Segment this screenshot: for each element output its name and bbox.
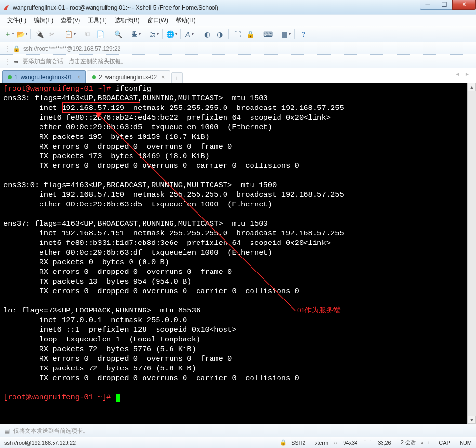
status-cursor: 33,26 bbox=[373, 440, 396, 446]
status-size: 94x34 bbox=[338, 440, 362, 446]
toolbar-separator bbox=[277, 29, 277, 39]
fullscreen-icon[interactable]: ⛶ bbox=[232, 28, 243, 40]
size-icon: ↔ bbox=[333, 440, 338, 446]
tab-add-button[interactable]: + bbox=[171, 72, 183, 83]
keyboard-icon[interactable]: ⌨ bbox=[262, 28, 274, 40]
terminal-cursor bbox=[116, 394, 120, 402]
compose-placeholder[interactable]: 仅将文本发送到当前选项卡。 bbox=[13, 427, 472, 435]
info-text: 要添加当前会话，点击左侧的箭头按钮。 bbox=[23, 57, 127, 66]
scroll-up-icon[interactable]: ▲ bbox=[468, 83, 476, 91]
app-icon bbox=[2, 4, 10, 12]
font-icon[interactable]: A bbox=[184, 28, 195, 40]
toolbar-separator bbox=[61, 29, 61, 39]
tab-index: 1 bbox=[14, 74, 18, 81]
status-sessions: 2 会话 bbox=[396, 439, 421, 446]
paste-icon[interactable]: 📄 bbox=[94, 28, 106, 40]
menu-window[interactable]: 窗口(W) bbox=[144, 15, 172, 26]
menu-help[interactable]: 帮助(H) bbox=[172, 15, 199, 26]
toolbar-separator bbox=[180, 29, 181, 39]
disconnect-icon[interactable]: ✂ bbox=[46, 28, 58, 40]
toolbar-separator bbox=[127, 29, 127, 39]
toolbar-separator bbox=[198, 29, 198, 39]
toolbar-separator bbox=[30, 29, 31, 39]
cursor-icon: ⋮⋮ bbox=[362, 439, 373, 446]
status-connected-icon: 🔒 bbox=[280, 439, 287, 446]
reconnect-icon[interactable]: 🔌 bbox=[34, 28, 45, 40]
tab-index: 2 bbox=[99, 74, 102, 81]
tab-nav-arrows[interactable]: ◄ ► bbox=[455, 71, 472, 77]
terminal-scrollbar[interactable]: ▲ ▼ bbox=[467, 83, 476, 424]
toolbar-separator bbox=[294, 29, 295, 39]
compose-target-icon[interactable]: ▤ bbox=[4, 427, 10, 434]
tab-status-dot bbox=[92, 75, 96, 79]
toolbar-separator bbox=[162, 29, 163, 39]
menu-view[interactable]: 查看(V) bbox=[57, 15, 84, 26]
status-connection: ssh://root@192.168.57.129:22 bbox=[4, 440, 80, 446]
status-term: xterm bbox=[310, 440, 333, 446]
open-session-icon[interactable]: 📂 bbox=[16, 28, 27, 40]
menu-tools[interactable]: 工具(T) bbox=[84, 15, 110, 26]
toolbar: ＋ 📂 🔌 ✂ 📋 ⧉ 📄 🔍 🖶 🗂 🌐 A ◐ ◑ ⛶ 🔒 ⌨ ▦ ? bbox=[0, 26, 476, 42]
colorscheme1-icon[interactable]: ◐ bbox=[201, 28, 213, 40]
language-icon[interactable]: 🌐 bbox=[166, 28, 177, 40]
toolbar-separator bbox=[145, 29, 145, 39]
new-session-icon[interactable]: ＋ bbox=[3, 28, 15, 40]
lock-status-icon: 🔒 bbox=[13, 45, 20, 52]
terminal-output[interactable]: [root@wangruifeng-01 ~]# ifconfig ens33:… bbox=[0, 83, 476, 403]
toolbar-separator bbox=[109, 29, 109, 39]
compose-bar: ▤ 仅将文本发送到当前选项卡。 bbox=[0, 424, 476, 437]
session-tab[interactable]: 2wangrufienglinux-02× bbox=[87, 70, 170, 83]
print-icon[interactable]: 🖶 bbox=[130, 28, 142, 40]
plus-icon[interactable]: + bbox=[423, 440, 434, 446]
session-tab[interactable]: 1wangruifenglinux-01× bbox=[2, 70, 86, 83]
layout-icon[interactable]: ▦ bbox=[280, 28, 291, 40]
grip-icon: ⋮ bbox=[4, 58, 10, 65]
tab-status-dot bbox=[8, 75, 12, 79]
window-titlebar: wangruifenglinux-01 - root@wangruifeng-0… bbox=[0, 0, 476, 14]
tab-close-icon[interactable]: × bbox=[77, 74, 80, 81]
scroll-down-icon[interactable]: ▼ bbox=[468, 416, 476, 424]
tab-close-icon[interactable]: × bbox=[161, 74, 165, 81]
menu-file[interactable]: 文件(F) bbox=[3, 15, 30, 26]
status-protocol: SSH2 bbox=[287, 440, 310, 446]
tab-label: wangrufienglinux-02 bbox=[105, 74, 157, 81]
toolbar-separator bbox=[79, 29, 79, 39]
copy-icon[interactable]: ⧉ bbox=[82, 28, 93, 40]
tab-label: wangruifenglinux-01 bbox=[21, 74, 72, 81]
grip-icon: ⋮ bbox=[4, 45, 10, 52]
transfer-icon[interactable]: 🗂 bbox=[148, 28, 159, 40]
window-minimize-button[interactable]: ─ bbox=[420, 0, 436, 10]
tab-strip: 1wangruifenglinux-01×2wangrufienglinux-0… bbox=[0, 68, 476, 83]
properties-icon[interactable]: 📋 bbox=[64, 28, 76, 40]
menu-edit[interactable]: 编辑(E) bbox=[30, 15, 57, 26]
lock-icon[interactable]: 🔒 bbox=[244, 28, 256, 40]
add-session-arrow-icon[interactable]: ➥ bbox=[14, 58, 19, 65]
terminal-pane[interactable]: [root@wangruifeng-01 ~]# ifconfig ens33:… bbox=[0, 83, 476, 424]
address-text[interactable]: ssh://root:********@192.168.57.129:22 bbox=[23, 45, 472, 52]
window-maximize-button[interactable]: ☐ bbox=[436, 0, 452, 10]
toolbar-separator bbox=[228, 29, 229, 39]
address-bar: ⋮ 🔒 ssh://root:********@192.168.57.129:2… bbox=[0, 42, 476, 55]
status-cap: CAP bbox=[434, 440, 455, 446]
window-title: wangruifenglinux-01 - root@wangruifeng-0… bbox=[13, 4, 474, 11]
status-bar: ssh://root@192.168.57.129:22 🔒 SSH2 xter… bbox=[0, 437, 476, 448]
help-icon[interactable]: ? bbox=[298, 28, 309, 40]
menu-bar: 文件(F) 编辑(E) 查看(V) 工具(T) 选项卡(B) 窗口(W) 帮助(… bbox=[0, 14, 476, 26]
status-num: NUM bbox=[455, 440, 472, 446]
toolbar-separator bbox=[259, 29, 259, 39]
session-info-bar: ⋮ ➥ 要添加当前会话，点击左侧的箭头按钮。 bbox=[0, 55, 476, 68]
colorscheme2-icon[interactable]: ◑ bbox=[214, 28, 225, 40]
window-close-button[interactable]: ✕ bbox=[452, 0, 476, 10]
find-icon[interactable]: 🔍 bbox=[112, 28, 124, 40]
menu-tabs[interactable]: 选项卡(B) bbox=[111, 15, 144, 26]
